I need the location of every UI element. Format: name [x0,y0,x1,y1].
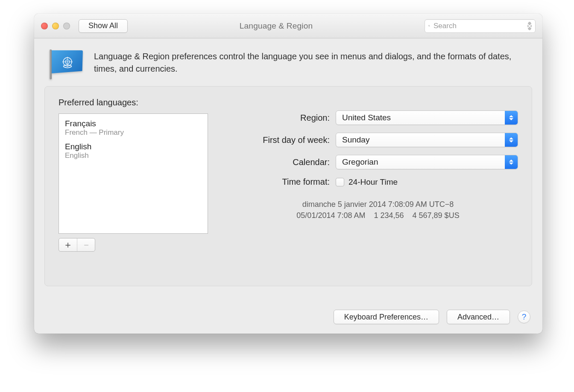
advanced-label: Advanced… [457,313,499,322]
preferred-languages-label: Preferred languages: [59,98,221,107]
time-format-label: Time format: [238,177,330,187]
show-all-button[interactable]: Show All [79,19,128,33]
plus-icon: ＋ [63,238,73,251]
calendar-value: Gregorian [342,157,378,167]
settings-column: Region: United States First day of week:… [238,98,518,252]
zoom-window-button [63,23,70,29]
x-icon [527,24,532,28]
traffic-lights [41,23,70,29]
24-hour-label: 24-Hour Time [348,177,398,187]
language-subtitle: French — Primary [65,128,202,137]
24-hour-checkbox[interactable] [336,178,344,186]
help-icon: ? [522,312,527,322]
keyboard-preferences-label: Keyboard Preferences… [344,313,428,322]
region-value: United States [342,113,391,122]
chevron-updown-icon [505,133,518,147]
languages-list[interactable]: Français French — Primary English Englis… [59,113,208,234]
example-short: 05/01/2014 7:08 AM 1 234,56 4 567,89 $US [238,210,518,221]
language-name: English [65,142,202,151]
format-examples: dimanche 5 janvier 2014 7:08:09 AM UTC−8… [238,199,518,221]
search-field[interactable] [425,19,536,33]
language-subtitle: English [65,151,202,160]
search-input[interactable] [433,21,525,31]
minimize-window-button[interactable] [52,23,59,29]
un-flag-icon [50,50,83,76]
header: Language & Region preferences control th… [34,38,542,86]
bottom-bar: Keyboard Preferences… Advanced… ? [34,310,542,324]
advanced-button[interactable]: Advanced… [447,310,510,324]
region-label: Region: [238,113,330,123]
show-all-label: Show All [88,21,118,30]
first-day-label: First day of week: [238,135,330,145]
search-icon [428,23,430,29]
toolbar: Show All Language & Region [34,14,542,38]
calendar-label: Calendar: [238,157,330,167]
first-day-popup[interactable]: Sunday [336,133,518,147]
language-name: Français [65,119,202,128]
clear-search-button[interactable] [527,22,532,30]
languages-column: Preferred languages: Français French — P… [59,98,221,252]
chevron-updown-icon [505,155,518,169]
remove-language-button[interactable]: － [77,238,95,251]
content-panel: Preferred languages: Français French — P… [44,86,532,286]
first-day-value: Sunday [342,135,369,145]
language-add-remove: ＋ － [59,238,95,252]
window-title: Language & Region [134,21,419,31]
add-language-button[interactable]: ＋ [59,238,77,251]
close-window-button[interactable] [41,23,48,29]
help-button[interactable]: ? [518,311,530,323]
header-description: Language & Region preferences control th… [94,50,525,75]
language-item[interactable]: English English [59,140,208,163]
language-item[interactable]: Français French — Primary [59,117,208,140]
chevron-updown-icon [505,111,518,125]
region-popup[interactable]: United States [336,110,518,125]
example-long-date: dimanche 5 janvier 2014 7:08:09 AM UTC−8 [238,199,518,210]
preferences-window: Show All Language & Region [34,14,542,334]
minus-icon: － [82,238,91,251]
calendar-popup[interactable]: Gregorian [336,155,518,169]
keyboard-preferences-button[interactable]: Keyboard Preferences… [334,310,439,324]
